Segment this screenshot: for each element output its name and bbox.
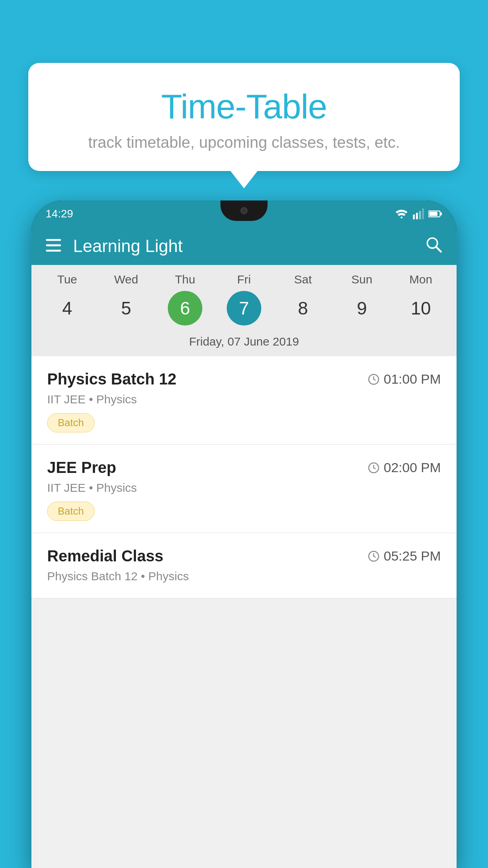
svg-rect-3: [422, 208, 424, 219]
schedule-list: Physics Batch 12 01:00 PMIIT JEE • Physi…: [31, 356, 457, 598]
day-number[interactable]: 10: [404, 291, 438, 326]
tooltip-title: Time-Table: [48, 86, 440, 127]
day-name: Wed: [114, 273, 138, 286]
schedule-meta: IIT JEE • Physics: [47, 481, 441, 495]
schedule-meta: Physics Batch 12 • Physics: [47, 570, 441, 583]
day-col[interactable]: Thu6: [160, 273, 211, 326]
status-icons: [394, 208, 442, 219]
schedule-item[interactable]: Remedial Class 05:25 PMPhysics Batch 12 …: [31, 533, 457, 598]
app-bar: Learning Light: [31, 227, 457, 265]
day-number[interactable]: 4: [50, 291, 84, 326]
clock-icon: [368, 462, 380, 474]
day-name: Fri: [237, 273, 251, 286]
batch-badge: Batch: [47, 413, 95, 432]
day-number[interactable]: 5: [109, 291, 143, 326]
day-col[interactable]: Fri7: [218, 273, 270, 326]
svg-rect-6: [440, 212, 442, 215]
camera: [240, 207, 248, 214]
battery-icon: [428, 209, 442, 219]
schedule-time: 02:00 PM: [368, 460, 441, 475]
search-icon[interactable]: [425, 236, 442, 257]
phone-notch: [220, 200, 268, 221]
hamburger-icon[interactable]: [46, 238, 61, 254]
schedule-name: JEE Prep: [47, 459, 116, 476]
batch-badge: Batch: [47, 502, 95, 521]
day-name: Thu: [175, 273, 195, 286]
status-bar: 14:29: [31, 200, 457, 227]
status-time: 14:29: [46, 208, 73, 220]
day-col[interactable]: Mon10: [395, 273, 446, 326]
svg-rect-2: [419, 211, 421, 219]
schedule-item[interactable]: JEE Prep 02:00 PMIIT JEE • PhysicsBatch: [31, 445, 457, 533]
schedule-name: Physics Batch 12: [47, 370, 176, 388]
svg-rect-5: [429, 212, 437, 216]
day-col[interactable]: Sat8: [277, 273, 328, 326]
day-number[interactable]: 9: [345, 291, 379, 326]
phone-screen: Tue4Wed5Thu6Fri7Sat8Sun9Mon10 Friday, 07…: [31, 265, 457, 868]
phone-frame: 14:29: [31, 200, 457, 868]
day-col[interactable]: Sun9: [336, 273, 387, 326]
schedule-item-header: Remedial Class 05:25 PM: [47, 547, 441, 565]
day-name: Sun: [351, 273, 372, 286]
calendar-header: Tue4Wed5Thu6Fri7Sat8Sun9Mon10 Friday, 07…: [31, 265, 457, 356]
day-number[interactable]: 6: [168, 291, 202, 326]
signal-icon: [413, 208, 424, 219]
day-name: Tue: [57, 273, 77, 286]
day-name: Sat: [294, 273, 312, 286]
clock-icon: [368, 550, 380, 562]
schedule-meta: IIT JEE • Physics: [47, 393, 441, 406]
svg-rect-0: [413, 215, 415, 219]
app-title: Learning Light: [73, 236, 425, 256]
day-col[interactable]: Wed5: [101, 273, 152, 326]
svg-line-11: [436, 247, 441, 252]
schedule-item-header: Physics Batch 12 01:00 PM: [47, 370, 441, 388]
svg-rect-7: [46, 239, 61, 241]
days-row: Tue4Wed5Thu6Fri7Sat8Sun9Mon10: [31, 273, 457, 326]
day-name: Mon: [409, 273, 432, 286]
wifi-icon: [394, 208, 409, 219]
schedule-item-header: JEE Prep 02:00 PM: [47, 459, 441, 476]
day-number[interactable]: 8: [286, 291, 320, 326]
schedule-name: Remedial Class: [47, 547, 163, 565]
tooltip-card: Time-Table track timetable, upcoming cla…: [28, 63, 460, 171]
svg-rect-1: [416, 213, 418, 219]
schedule-time: 01:00 PM: [368, 371, 441, 387]
day-col[interactable]: Tue4: [42, 273, 93, 326]
tooltip-subtitle: track timetable, upcoming classes, tests…: [48, 134, 440, 151]
svg-rect-8: [46, 245, 61, 246]
day-number[interactable]: 7: [227, 291, 261, 326]
selected-date-label[interactable]: Friday, 07 June 2019: [31, 329, 457, 356]
schedule-item[interactable]: Physics Batch 12 01:00 PMIIT JEE • Physi…: [31, 356, 457, 445]
svg-rect-9: [46, 250, 61, 252]
clock-icon: [368, 373, 380, 385]
schedule-time: 05:25 PM: [368, 548, 441, 564]
